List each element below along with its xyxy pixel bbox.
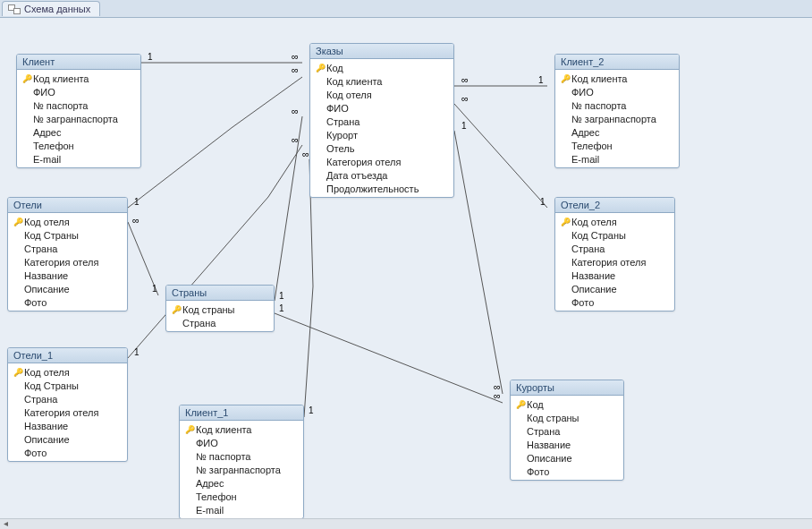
table-title[interactable]: Клиент_2 bbox=[555, 55, 679, 70]
primary-key-icon: 🔑 bbox=[559, 74, 571, 83]
table-field[interactable]: Код Страны bbox=[8, 379, 127, 392]
svg-text:∞: ∞ bbox=[494, 390, 501, 401]
table-countries[interactable]: Страны🔑Код страныСтрана bbox=[165, 285, 275, 332]
table-field-list: 🔑Код отеляКод СтраныСтранаКатегория отел… bbox=[8, 363, 127, 461]
table-field[interactable]: Отель bbox=[310, 141, 453, 155]
field-label: Название bbox=[571, 270, 669, 281]
table-field[interactable]: 🔑Код отеля bbox=[8, 365, 127, 379]
table-field[interactable]: Страна bbox=[555, 242, 674, 255]
table-field[interactable]: Страна bbox=[8, 392, 127, 405]
table-field[interactable]: Фото bbox=[555, 295, 674, 309]
table-field[interactable]: Дата отъезда bbox=[310, 168, 453, 182]
table-field[interactable]: Категория отеля bbox=[8, 405, 127, 419]
table-field[interactable]: Категория отеля bbox=[555, 255, 674, 269]
field-label: Адрес bbox=[571, 127, 673, 138]
table-field[interactable]: 🔑Код отеля bbox=[8, 215, 127, 228]
table-field[interactable]: Фото bbox=[8, 295, 127, 309]
table-field[interactable]: 🔑Код bbox=[310, 61, 453, 74]
svg-text:1: 1 bbox=[148, 52, 153, 62]
table-field[interactable]: 🔑Код клиента bbox=[180, 422, 303, 436]
field-label: Фото bbox=[24, 297, 122, 308]
table-field[interactable]: Адрес bbox=[180, 476, 303, 490]
table-field[interactable]: 🔑Код bbox=[511, 397, 623, 411]
table-field[interactable]: Название bbox=[555, 269, 674, 282]
table-field[interactable]: Телефон bbox=[555, 139, 679, 152]
table-client2[interactable]: Клиент_2🔑Код клиентаФИО№ паспорта№ загра… bbox=[554, 54, 680, 168]
table-field[interactable]: Код клиента bbox=[310, 74, 453, 88]
table-field[interactable]: Название bbox=[511, 438, 623, 451]
table-field[interactable]: № паспорта bbox=[17, 98, 140, 112]
table-title[interactable]: Отели_1 bbox=[8, 348, 127, 363]
table-field[interactable]: ФИО bbox=[180, 436, 303, 449]
table-field[interactable]: Название bbox=[8, 419, 127, 432]
table-field[interactable]: Адрес bbox=[555, 125, 679, 139]
table-field-list: 🔑КодКод клиентаКод отеляФИОСтранаКурортО… bbox=[310, 59, 453, 197]
table-field[interactable]: Код отеля bbox=[310, 88, 453, 101]
table-hotels1[interactable]: Отели_1🔑Код отеляКод СтраныСтранаКатегор… bbox=[7, 347, 128, 462]
table-hotels[interactable]: Отели🔑Код отеляКод СтраныСтранаКатегория… bbox=[7, 197, 128, 311]
field-label: № загранпаспорта bbox=[33, 114, 135, 124]
primary-key-icon: 🔑 bbox=[559, 218, 571, 226]
table-field[interactable]: № паспорта bbox=[555, 98, 679, 112]
table-field[interactable]: Фото bbox=[8, 446, 127, 459]
table-field[interactable]: Код Страны bbox=[555, 228, 674, 242]
table-field[interactable]: ФИО bbox=[310, 101, 453, 115]
table-field[interactable]: № паспорта bbox=[180, 449, 303, 463]
table-field[interactable]: 🔑Код клиента bbox=[17, 72, 140, 85]
field-label: E-mail bbox=[196, 505, 298, 516]
table-field[interactable]: Код Страны bbox=[8, 228, 127, 242]
table-field[interactable]: ФИО bbox=[555, 85, 679, 98]
table-field[interactable]: Название bbox=[8, 269, 127, 282]
table-field[interactable]: Страна bbox=[511, 424, 623, 438]
table-title[interactable]: Клиент_1 bbox=[180, 405, 303, 421]
table-title[interactable]: Клиент bbox=[17, 55, 140, 70]
field-label: Код отеля bbox=[571, 217, 669, 227]
tab-relationships[interactable]: Схема данных bbox=[2, 1, 100, 16]
field-label: Код Страны bbox=[571, 230, 669, 241]
table-client1[interactable]: Клиент_1🔑Код клиентаФИО№ паспорта№ загра… bbox=[179, 405, 304, 519]
table-field[interactable]: Страна bbox=[166, 316, 274, 329]
table-field[interactable]: Категория отеля bbox=[310, 155, 453, 168]
table-resorts[interactable]: Курорты🔑КодКод страныСтранаНазваниеОписа… bbox=[510, 380, 624, 481]
table-field[interactable]: Адрес bbox=[17, 125, 140, 139]
table-field[interactable]: Описание bbox=[555, 282, 674, 295]
field-label: Описание bbox=[571, 284, 669, 294]
table-field[interactable]: Телефон bbox=[180, 490, 303, 503]
field-label: ФИО bbox=[33, 87, 135, 98]
table-field[interactable]: Курорт bbox=[310, 128, 453, 141]
table-field[interactable]: Страна bbox=[8, 242, 127, 255]
table-hotels2[interactable]: Отели_2🔑Код отеляКод СтраныСтранаКатегор… bbox=[554, 197, 675, 311]
table-field[interactable]: № загранпаспорта bbox=[17, 112, 140, 125]
table-field[interactable]: Описание bbox=[511, 451, 623, 465]
horizontal-scrollbar[interactable] bbox=[0, 518, 812, 529]
table-field[interactable]: Страна bbox=[310, 115, 453, 128]
table-field[interactable]: № загранпаспорта bbox=[555, 112, 679, 125]
table-field[interactable]: Описание bbox=[8, 282, 127, 295]
table-field[interactable]: Телефон bbox=[17, 139, 140, 152]
table-field[interactable]: № загранпаспорта bbox=[180, 463, 303, 476]
relationships-icon bbox=[8, 4, 21, 14]
table-field[interactable]: Описание bbox=[8, 432, 127, 446]
table-title[interactable]: Зказы bbox=[310, 44, 453, 59]
table-field[interactable]: 🔑Код клиента bbox=[555, 72, 679, 85]
field-label: Страна bbox=[24, 243, 122, 254]
field-label: Код отеля bbox=[24, 367, 122, 378]
table-field[interactable]: Категория отеля bbox=[8, 255, 127, 269]
table-title[interactable]: Отели_2 bbox=[555, 198, 674, 213]
table-field[interactable]: E-mail bbox=[180, 503, 303, 516]
table-title[interactable]: Курорты bbox=[511, 380, 623, 396]
table-client[interactable]: Клиент🔑Код клиентаФИО№ паспорта№ загранп… bbox=[16, 54, 141, 168]
table-field[interactable]: Фото bbox=[511, 465, 623, 478]
table-field[interactable]: E-mail bbox=[17, 152, 140, 166]
table-field[interactable]: E-mail bbox=[555, 152, 679, 166]
table-title[interactable]: Страны bbox=[166, 286, 274, 301]
table-field[interactable]: Код страны bbox=[511, 411, 623, 424]
svg-text:1: 1 bbox=[461, 121, 467, 131]
relationships-canvas[interactable]: 1∞∞11∞∞11∞1∞1∞1∞1∞∞1 Клиент🔑Код клиентаФ… bbox=[0, 18, 812, 518]
table-orders[interactable]: Зказы🔑КодКод клиентаКод отеляФИОСтранаКу… bbox=[309, 43, 454, 198]
table-field[interactable]: 🔑Код страны bbox=[166, 303, 274, 316]
table-title[interactable]: Отели bbox=[8, 198, 127, 213]
table-field[interactable]: Продолжительность bbox=[310, 182, 453, 195]
table-field[interactable]: ФИО bbox=[17, 85, 140, 98]
table-field[interactable]: 🔑Код отеля bbox=[555, 215, 674, 228]
